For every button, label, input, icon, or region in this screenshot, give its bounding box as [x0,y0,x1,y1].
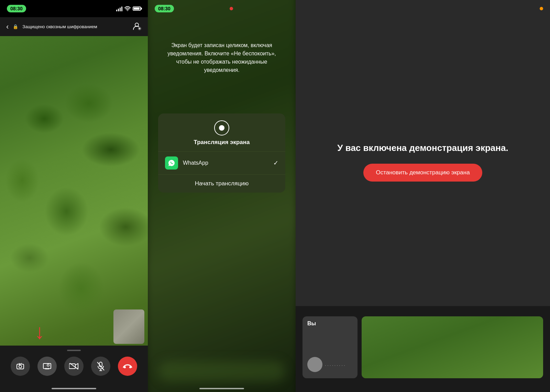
home-indicator [52,388,96,389]
top-status-bar [296,0,550,17]
svg-point-8 [47,364,49,366]
end-call-button[interactable] [118,357,137,376]
bottom-blur-decoration [158,361,285,382]
home-indicator [199,388,244,389]
record-inner-dot [219,125,224,131]
contact-avatar-icon[interactable] [132,21,142,32]
panel2-broadcast: 08:30 Экран будет записан целиком, включ… [148,0,296,392]
nav-bar: ‹ 🔒 Защищено сквозным шифрованием [0,17,148,36]
wifi-icon [124,6,131,11]
controls-bar [0,346,148,392]
tree-foliage-overlay [0,41,148,351]
panel1-video-call: 08:30 ‹ 🔒 Защищено сквозным шифровани [0,0,148,392]
call-thumbnails-bar: Вы ········· [296,306,550,392]
screen-share-button[interactable] [37,357,57,376]
remote-thumbnail [362,316,543,378]
mute-button[interactable] [91,357,110,376]
video-toggle-button[interactable] [64,357,84,376]
recording-indicator [230,7,233,10]
broadcast-title: Трансляция экрана [194,139,250,146]
broadcast-modal: Трансляция экрана WhatsApp ✓ Начать тран… [158,113,285,193]
panel3-screen-sharing: У вас включена демонстрация экрана. Оста… [296,0,550,392]
self-preview-box [113,309,144,344]
battery-icon [133,7,141,11]
svg-point-15 [124,366,126,368]
self-avatar [307,357,322,372]
status-time: 08:30 [7,5,26,12]
status-bar: 08:30 [148,0,296,17]
broadcast-header: Трансляция экрана [158,113,285,152]
checkmark-icon: ✓ [273,159,278,167]
call-controls [11,357,137,376]
drag-handle [67,350,81,351]
typing-dots: ········· [325,362,346,368]
status-icons [116,6,141,11]
red-arrow-indicator: ↓ [34,322,45,342]
flip-camera-button[interactable] [11,357,30,376]
status-time: 08:30 [155,5,174,12]
self-thumbnail: Вы ········· [302,316,358,378]
whatsapp-app-row[interactable]: WhatsApp ✓ [158,152,285,175]
svg-rect-7 [43,363,51,369]
start-broadcast-button[interactable]: Начать трансляцию [158,175,285,193]
you-label: Вы [307,320,316,327]
screen-share-heading: У вас включена демонстрация экрана. [337,142,508,154]
stop-screen-share-button[interactable]: Остановить демонстрацию экрана [363,164,482,182]
signal-icon [116,6,122,11]
back-button[interactable]: ‹ [6,22,9,31]
app-name-label: WhatsApp [183,160,268,166]
orange-indicator-dot [540,7,543,10]
whatsapp-icon [165,156,178,170]
svg-point-0 [127,10,128,11]
record-icon [214,120,229,135]
screen-share-main-content: У вас включена демонстрация экрана. Оста… [296,17,550,306]
status-bar: 08:30 [0,0,148,17]
svg-point-16 [129,366,131,368]
lock-icon: 🔒 [13,24,18,29]
nav-title: Защищено сквозным шифрованием [22,24,128,29]
screen-record-notice: Экран будет записан целиком, включая уве… [162,41,282,74]
svg-point-6 [19,365,22,368]
